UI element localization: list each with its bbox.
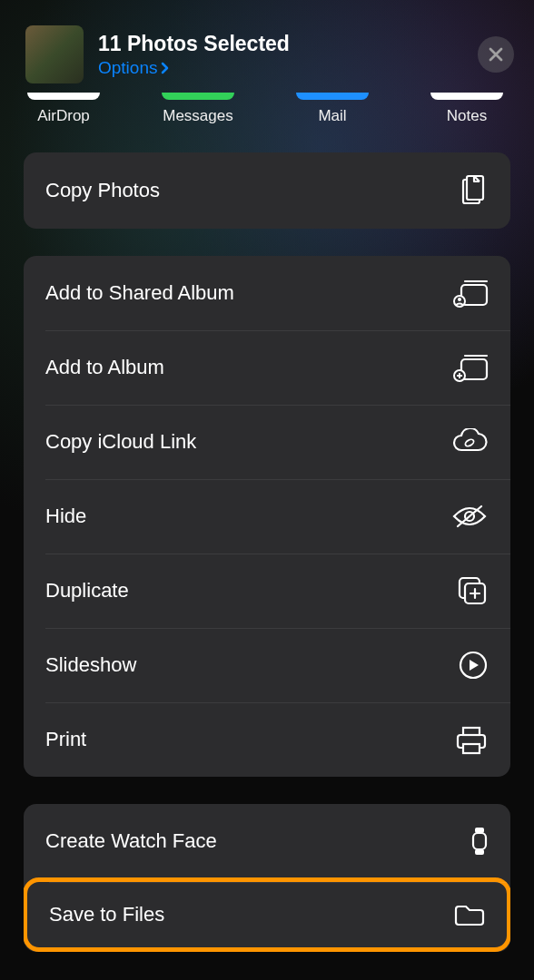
row-label: Slideshow: [45, 653, 136, 677]
share-target-label: Messages: [163, 107, 232, 125]
play-circle-icon: [458, 650, 489, 681]
svg-rect-14: [475, 828, 484, 833]
share-targets-row: AirDrop Messages Mail Notes: [0, 93, 534, 125]
row-label: Copy Photos: [45, 179, 160, 202]
actions-section: Add to Shared Album Add to Album Copy iC…: [24, 256, 510, 777]
svg-rect-13: [473, 833, 486, 849]
add-to-album-button[interactable]: Add to Album: [24, 330, 510, 405]
notes-icon: [430, 93, 503, 100]
icloud-link-icon: [450, 428, 489, 456]
row-label: Add to Shared Album: [45, 281, 234, 305]
save-to-files-button[interactable]: Save to Files: [24, 877, 510, 952]
folder-icon: [452, 902, 485, 927]
row-label: Save to Files: [49, 903, 164, 926]
svg-rect-12: [463, 744, 480, 753]
svg-point-5: [464, 438, 475, 447]
mail-icon: [296, 93, 369, 100]
options-button[interactable]: Options: [98, 58, 463, 78]
create-watch-face-button[interactable]: Create Watch Face: [24, 804, 510, 878]
thumbnail: [25, 25, 84, 83]
share-target-airdrop[interactable]: AirDrop: [27, 93, 100, 125]
airdrop-icon: [27, 93, 100, 100]
eye-slash-icon: [450, 503, 489, 530]
close-icon: [488, 46, 504, 63]
hide-button[interactable]: Hide: [24, 479, 510, 554]
shared-album-icon: [452, 278, 489, 309]
copy-icloud-link-button[interactable]: Copy iCloud Link: [24, 405, 510, 479]
album-add-icon: [452, 352, 489, 383]
svg-rect-15: [475, 849, 484, 855]
share-target-mail[interactable]: Mail: [296, 93, 369, 125]
chevron-right-icon: [161, 62, 170, 74]
row-label: Copy iCloud Link: [45, 430, 196, 454]
selection-title: 11 Photos Selected: [98, 32, 463, 56]
options-label: Options: [98, 58, 157, 78]
duplicate-icon: [456, 574, 489, 607]
watch-icon: [470, 826, 489, 857]
row-label: Create Watch Face: [45, 829, 217, 853]
close-button[interactable]: [478, 36, 514, 73]
row-label: Print: [45, 728, 86, 751]
svg-point-2: [458, 298, 461, 301]
copy-icon: [458, 172, 489, 209]
copy-section: Copy Photos: [24, 152, 510, 229]
copy-photos-button[interactable]: Copy Photos: [24, 152, 510, 229]
printer-icon: [454, 724, 489, 755]
duplicate-button[interactable]: Duplicate: [24, 554, 510, 628]
share-target-notes[interactable]: Notes: [430, 93, 503, 125]
share-sheet-header: 11 Photos Selected Options: [0, 0, 534, 100]
share-target-label: AirDrop: [37, 107, 90, 125]
svg-rect-11: [463, 728, 480, 735]
share-target-label: Notes: [447, 107, 487, 125]
more-section: Create Watch Face Save to Files: [24, 804, 510, 952]
print-button[interactable]: Print: [24, 702, 510, 777]
share-target-label: Mail: [318, 107, 346, 125]
add-to-shared-album-button[interactable]: Add to Shared Album: [24, 256, 510, 330]
row-label: Hide: [45, 505, 86, 528]
slideshow-button[interactable]: Slideshow: [24, 628, 510, 702]
share-target-messages[interactable]: Messages: [162, 93, 234, 125]
messages-icon: [162, 93, 234, 100]
row-label: Add to Album: [45, 356, 164, 379]
row-label: Duplicate: [45, 579, 129, 603]
